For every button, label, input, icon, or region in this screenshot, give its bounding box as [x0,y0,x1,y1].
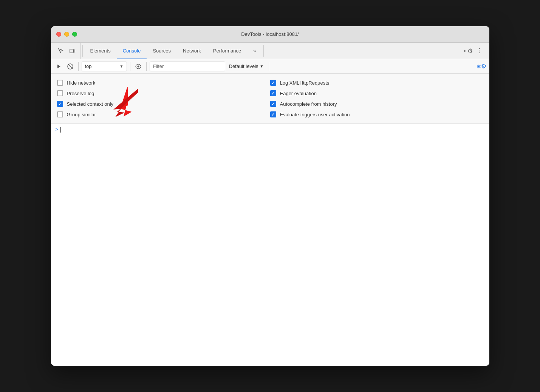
cursor [60,127,61,133]
context-value: top [85,63,92,69]
console-divider-2 [130,62,130,71]
close-button[interactable] [56,32,61,37]
tab-elements[interactable]: Elements [84,43,117,59]
minimize-button[interactable] [64,32,69,37]
console-divider-3 [146,62,147,71]
svg-marker-2 [57,65,60,68]
option-log-xml: Log XMLHttpRequests [270,77,483,88]
preserve-log-label: Preserve log [67,91,94,96]
devtools-window: DevTools - localhost:8081/ Elements Cons… [51,26,489,366]
tab-sources[interactable]: Sources [147,43,177,59]
console-settings-icon[interactable]: ⚙ [477,62,486,71]
option-autocomplete: Autocomplete from history [270,99,483,109]
traffic-lights [56,32,77,37]
console-divider-1 [78,62,79,71]
preserve-log-checkbox[interactable] [57,90,63,96]
inspect-icon[interactable] [56,46,66,56]
hide-network-checkbox[interactable] [57,80,63,86]
console-bar: top ▼ Default levels ▼ ⚙ [51,59,489,74]
console-content[interactable]: > [51,124,489,366]
evaluate-triggers-checkbox[interactable] [270,111,276,117]
options-panel: Hide network Preserve log Selected conte… [51,74,489,124]
selected-context-checkbox[interactable] [57,101,63,107]
context-selector[interactable]: top ▼ [82,62,127,71]
default-levels-arrow: ▼ [260,64,264,68]
tab-console[interactable]: Console [117,43,147,59]
options-left: Hide network Preserve log Selected conte… [57,77,270,120]
log-xml-checkbox[interactable] [270,80,276,86]
group-similar-checkbox[interactable] [57,111,63,117]
console-divider-4 [269,62,269,71]
sidebar-toggle-icon[interactable] [54,62,64,71]
toolbar-right: ⚙ ⋮ [462,43,488,59]
prompt-arrow-icon: > [56,127,59,133]
console-prompt: > [56,127,485,133]
tab-performance[interactable]: Performance [207,43,247,59]
toolbar-icons [53,43,81,59]
autocomplete-label: Autocomplete from history [280,101,337,107]
eager-eval-label: Eager evaluation [280,91,317,96]
filter-input[interactable] [150,62,225,71]
eager-eval-checkbox[interactable] [270,90,276,96]
svg-point-5 [137,65,139,67]
svg-rect-0 [70,49,73,53]
tab-network[interactable]: Network [177,43,207,59]
log-xml-label: Log XMLHttpRequests [280,80,330,86]
titlebar: DevTools - localhost:8081/ [51,26,489,43]
clear-console-icon[interactable] [65,62,75,71]
option-hide-network: Hide network [57,77,270,88]
option-eager-eval: Eager evaluation [270,88,483,99]
toolbar-divider-2 [263,45,264,57]
maximize-button[interactable] [72,32,77,37]
context-dropdown-icon: ▼ [120,64,124,68]
group-similar-label: Group similar [67,112,96,117]
toolbar-divider-1 [82,45,83,57]
options-right: Log XMLHttpRequests Eager evaluation Aut… [270,77,483,120]
device-icon[interactable] [67,46,77,56]
selected-context-label: Selected context only [67,101,114,107]
settings-icon[interactable]: ⚙ [462,46,473,56]
svg-line-4 [68,64,73,69]
hide-network-label: Hide network [67,80,96,86]
option-selected-context: Selected context only [57,99,270,109]
option-preserve-log: Preserve log [57,88,270,99]
option-group-similar: Group similar [57,109,270,120]
evaluate-triggers-label: Evaluate triggers user activation [280,112,350,117]
tab-more[interactable]: » [247,43,262,59]
window-title: DevTools - localhost:8081/ [241,31,299,37]
option-evaluate-triggers: Evaluate triggers user activation [270,109,483,120]
toolbar: Elements Console Sources Network Perform… [51,43,489,59]
more-options-icon[interactable]: ⋮ [474,46,485,56]
autocomplete-checkbox[interactable] [270,101,276,107]
svg-rect-1 [74,50,75,52]
eye-icon[interactable] [133,62,143,71]
default-levels-dropdown[interactable]: Default levels ▼ [227,63,266,70]
